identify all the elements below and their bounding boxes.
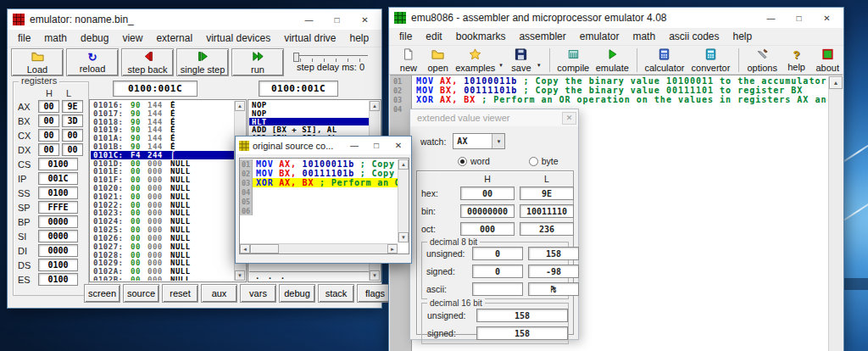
scrollbar-thumb[interactable] [250,244,279,254]
slider-thumb[interactable] [293,53,299,62]
register-value-field[interactable]: 0100 [38,273,78,286]
value-h-field[interactable]: 00 [460,187,515,200]
memory-row[interactable]: 0101D: 00 000 NULL [91,159,234,168]
code-line[interactable]: 04 [240,187,398,197]
memory-row[interactable]: 01020: 00 000 NULL [91,184,234,192]
register-value-field[interactable]: 0100 [38,187,78,199]
menu-item[interactable]: bookmarks [449,30,513,43]
examples-button[interactable]: examples [453,47,498,74]
menu-item[interactable]: assembler [512,30,572,43]
open-button[interactable]: open [423,47,453,74]
compile-button[interactable]: compile [554,47,593,74]
step-delay-slider[interactable] [293,55,368,62]
panel-button[interactable]: reset [162,284,198,303]
panel-button[interactable]: source [123,284,159,303]
scroll-up-icon[interactable]: ▲ [235,101,245,111]
register-value-field[interactable]: 0100 [38,158,78,170]
memory-row[interactable]: 01022: 00 000 NULL [91,201,234,209]
step-back-button[interactable]: step back [121,48,174,76]
scroll-up-icon[interactable]: ▲ [829,76,843,89]
memory-row[interactable]: 01029: 00 000 NULL [91,259,234,267]
save-button[interactable]: save [507,47,536,74]
disassembly-more-row[interactable]: . . . [249,271,369,281]
menu-item[interactable]: virtual drive [277,31,342,45]
byte-radio[interactable]: byte [529,156,559,166]
emulator-titlebar[interactable]: emulator: noname.bin_ — □ ✕ [8,9,381,30]
about-button[interactable]: about [811,47,843,74]
value-h-field[interactable]: 000 [460,222,515,236]
disassembly-row[interactable]: HLT [249,118,369,126]
maximize-button[interactable]: □ [326,15,348,25]
register-low-field[interactable]: 9E [62,100,83,113]
menu-item[interactable]: help [726,30,760,43]
register-value-field[interactable]: 0000 [38,230,78,242]
panel-button[interactable]: vars [240,284,276,303]
panel-button[interactable]: debug [279,284,315,303]
code-line[interactable]: 06 [240,206,398,215]
help-button[interactable]: ? help [782,47,812,74]
examples-dropdown-icon[interactable]: ▼ [498,63,504,68]
value-h-field[interactable] [472,282,523,296]
register-high-field[interactable]: 00 [38,114,59,127]
memory-row[interactable]: 01021: 00 000 NULL [91,192,234,201]
memory-row[interactable]: 01019: 90 144 É [91,125,234,134]
chevron-down-icon[interactable]: ▼ [492,134,504,148]
maximize-button[interactable]: □ [367,141,386,150]
options-button[interactable]: options [743,47,782,74]
close-button[interactable]: ✕ [353,15,376,25]
popup-titlebar[interactable]: original source co... — □ ✕ [236,136,411,154]
new-button[interactable]: new [394,47,423,74]
ide-titlebar[interactable]: emu8086 - assembler and microprocessor e… [389,8,843,28]
menu-item[interactable]: virtual devices [199,31,277,45]
menu-item[interactable]: edit [419,30,448,43]
panel-button[interactable]: stack [318,284,354,303]
menu-item[interactable]: debug [74,31,115,45]
memory-row[interactable]: 01017: 90 144 É [91,109,234,118]
source-code-editor[interactable]: 01 MOV AX, 10100011b ; Copy the binary v… [239,158,409,254]
scroll-left-icon[interactable]: ◄ [240,244,250,254]
value-h-field[interactable]: 0 [472,247,523,260]
run-button[interactable]: run [231,48,284,76]
word-radio[interactable]: word [458,156,490,166]
menu-item[interactable]: math [37,31,74,45]
value-16bit-field[interactable]: 158 [476,309,568,322]
value-l-field[interactable]: 10011110 [520,204,574,218]
popup-vertical-scrollbar[interactable]: ▲ ▼ [398,159,409,242]
memory-row[interactable]: 01028: 00 000 NULL [91,251,234,259]
disassembly-row[interactable]: NOP [249,109,369,118]
close-button[interactable]: ✕ [389,141,408,150]
register-value-field[interactable]: FFFE [38,201,78,214]
minimize-button[interactable]: — [298,15,320,25]
scroll-up-icon[interactable]: ▲ [370,101,380,111]
close-button[interactable]: ✕ [815,14,838,23]
scroll-down-icon[interactable]: ▼ [398,232,409,242]
register-value-field[interactable]: 0100 [38,259,78,271]
maximize-button[interactable]: □ [787,14,810,23]
menu-item[interactable]: help [343,31,376,45]
value-l-field[interactable]: ₧ [528,282,579,296]
memory-list[interactable]: 01016: 90 144 É 01017: 90 144 É 01018: [89,99,247,282]
code-line[interactable]: 05 [240,197,398,206]
memory-row[interactable]: 01026: 00 000 NULL [91,234,234,242]
menu-item[interactable]: math [626,30,662,43]
disassembly-row[interactable]: NOP [249,101,369,109]
popup-horizontal-scrollbar[interactable]: ◄ ► [240,243,398,254]
reload-button[interactable]: ↻ reload [66,48,119,76]
ide-editor-scrollbar[interactable]: ▲ [828,76,843,351]
close-icon[interactable]: ✕ [562,112,576,125]
register-high-field[interactable]: 00 [38,100,59,113]
value-l-field[interactable]: 236 [520,222,574,236]
memory-row[interactable]: 01024: 00 000 NULL [91,217,234,226]
memory-row[interactable]: 01025: 00 000 NULL [91,226,234,234]
code-line[interactable]: 01 MOV AX, 10100011b ; Copy the binary v… [240,159,398,169]
calculator-button[interactable]: calculator [642,47,687,74]
disassembly-address-field[interactable]: 0100:001C [259,81,338,97]
emulate-button[interactable]: emulate [593,47,632,74]
scroll-up-icon[interactable]: ▲ [398,159,409,170]
register-low-field[interactable]: 00 [62,143,83,156]
dialog-titlebar[interactable]: extended value viewer ✕ [410,109,578,126]
value-l-field[interactable]: 158 [528,247,579,260]
memory-row[interactable]: 0101E: 00 000 NULL [91,168,234,176]
watch-combobox[interactable]: AX ▼ [453,133,505,149]
memory-row[interactable]: 0102B: 00 000 NULL [91,276,234,281]
